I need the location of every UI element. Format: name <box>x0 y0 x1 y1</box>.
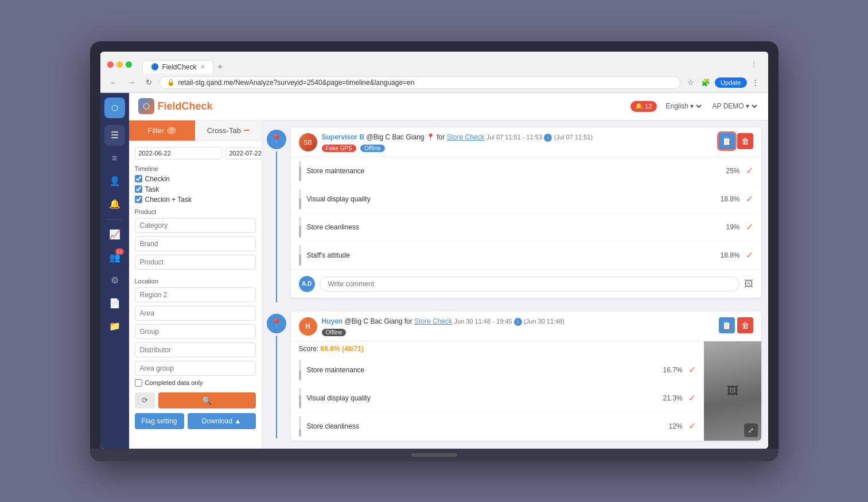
timeline-label: Timeline <box>135 165 256 172</box>
tab-crosstab[interactable]: Cross-Tab <box>195 120 262 141</box>
app-header: ⬡ FieldCheck 🔔 12 English ▾ <box>129 93 768 120</box>
filter-panel: Filter ? Cross-Tab <box>129 120 262 449</box>
item-label-c2-0: Store maintenance <box>307 366 657 374</box>
group-input[interactable] <box>135 324 256 339</box>
checkin-checkbox[interactable] <box>135 175 142 182</box>
progress-bar-1 <box>299 189 301 209</box>
map-line-2 <box>276 336 277 438</box>
tab-filter[interactable]: Filter ? <box>129 120 196 141</box>
completed-checkbox[interactable] <box>135 379 142 387</box>
notification-button[interactable]: 🔔 12 <box>630 101 656 112</box>
language-select[interactable]: English ▾ <box>664 102 703 111</box>
item-pct-c2-1: 21.3% <box>663 394 682 402</box>
sidebar-item-notifications[interactable]: 🔔 <box>104 194 125 215</box>
store-link-1[interactable]: Store Check <box>446 133 484 141</box>
item-pct-c2-0: 16.7% <box>663 366 682 374</box>
reset-button[interactable]: ⟳ <box>135 392 155 408</box>
sidebar-item-files[interactable]: 📁 <box>104 316 125 337</box>
filter-actions: ⟳ 🔍 <box>135 392 256 408</box>
download-button[interactable]: Download ▲ <box>188 413 256 429</box>
comment-image-button-1[interactable]: 🖼 <box>744 279 753 289</box>
tab-close-icon[interactable]: ✕ <box>200 64 205 70</box>
card-2-report-button[interactable]: 📋 <box>719 317 735 333</box>
progress-fill-c2-2 <box>299 429 301 437</box>
update-button[interactable]: Update <box>715 77 746 88</box>
menu-dots-icon[interactable]: ⋮ <box>749 77 761 88</box>
header-right: 🔔 12 English ▾ AP DEMO ▾ <box>630 101 758 112</box>
sidebar-item-users[interactable]: 👤 <box>104 171 125 192</box>
extension-icon[interactable]: 🧩 <box>699 77 713 88</box>
area-group-input[interactable] <box>135 361 256 376</box>
reload-button[interactable]: ↻ <box>143 77 155 88</box>
address-bar: ← → ↻ 🔒 retail-stg.qand.me/NewAnalyze?su… <box>100 73 768 92</box>
card-2-item-1: Visual display quality 21.3% ✓ <box>291 384 704 413</box>
card-1-item-2: Store cleanliness 19% ✓ <box>291 213 761 242</box>
search-button[interactable]: 🔍 <box>158 392 256 408</box>
brand-icon: ⬡ <box>138 98 154 114</box>
sidebar-item-menu[interactable]: ☰ <box>104 125 125 146</box>
comment-input-1[interactable] <box>320 277 739 291</box>
card-1-item-1: Visual display quality 18.8% ✓ <box>291 185 761 213</box>
back-button[interactable]: ← <box>107 77 120 88</box>
forward-button[interactable]: → <box>125 77 138 88</box>
minimize-button[interactable] <box>116 61 123 68</box>
sidebar: ⬡ ☰ ≡ 👤 🔔 📈 👥 <box>100 93 129 449</box>
close-button[interactable] <box>107 61 114 68</box>
maximize-button[interactable] <box>126 61 132 68</box>
store-link-2[interactable]: Store Check <box>414 317 452 325</box>
checkin-task-label: Checkin + Task <box>145 196 192 204</box>
browser-actions: ☆ 🧩 Update ⋮ <box>685 77 761 88</box>
sidebar-divider <box>106 219 123 220</box>
checkin-task-checkbox[interactable] <box>135 196 142 203</box>
card-2-time: Jun 30 11:48 - 19:45 <box>454 318 512 325</box>
info-icon-1[interactable]: i <box>544 134 552 142</box>
card-2-delete-button[interactable]: 🗑 <box>737 317 753 333</box>
task-checkbox[interactable] <box>135 185 142 193</box>
card-1-item-0: Store maintenance 25% ✓ <box>291 157 761 185</box>
user-select[interactable]: AP DEMO ▾ <box>710 102 759 111</box>
active-tab[interactable]: 🔵 FieldCheck ✕ <box>142 60 213 73</box>
bell-icon: 🔔 <box>109 199 120 209</box>
map-pin-1[interactable]: 📍 <box>267 130 286 149</box>
sidebar-item-settings[interactable]: ⚙ <box>104 270 125 291</box>
progress-fill-0 <box>299 166 301 181</box>
product-input[interactable] <box>135 255 256 270</box>
flag-setting-button[interactable]: Flag setting <box>135 413 184 429</box>
region-input[interactable] <box>135 287 256 302</box>
distributor-input[interactable] <box>135 343 256 357</box>
tab-title: FieldCheck <box>162 63 197 71</box>
expand-image-button[interactable]: ⤢ <box>744 423 758 437</box>
badge-offline-1: Offline <box>360 145 385 152</box>
card-1-actions: 📋 🗑 <box>719 133 753 149</box>
card-2-image: 🖼 ⤢ <box>704 341 761 441</box>
card-1-comment-row: A.D 🖼 <box>291 270 761 298</box>
location-icon-1: 📍 <box>426 133 435 141</box>
sidebar-logo[interactable]: ⬡ <box>104 98 125 118</box>
item-label-3: Staff's attitude <box>307 251 715 259</box>
date-to-input[interactable] <box>225 147 262 159</box>
info-icon-2[interactable]: i <box>514 318 522 326</box>
brand-input[interactable] <box>135 236 256 251</box>
sidebar-item-reports[interactable]: ≡ <box>104 148 125 169</box>
sidebar-item-analytics[interactable]: 📈 <box>104 224 125 245</box>
bookmark-icon[interactable]: ☆ <box>685 77 696 88</box>
map-pin-2[interactable]: 📍 <box>267 314 286 333</box>
category-input[interactable] <box>135 218 256 233</box>
progress-fill-1 <box>299 198 301 209</box>
new-tab-button[interactable]: + <box>213 60 227 73</box>
url-box[interactable]: 🔒 retail-stg.qand.me/NewAnalyze?surveyid… <box>159 76 681 89</box>
sidebar-item-teams[interactable]: 👥 11 <box>104 247 125 268</box>
progress-fill-3 <box>299 254 301 266</box>
sidebar-item-docs[interactable]: 📄 <box>104 293 125 314</box>
progress-bar-3 <box>299 245 301 266</box>
area-input[interactable] <box>135 306 256 321</box>
date-from-input[interactable] <box>135 147 222 159</box>
card-2-item-2: Store cleanliness 12% ✓ <box>291 413 704 441</box>
brand-name: FieldCheck <box>158 100 213 112</box>
card-1-report-button[interactable]: 📋 <box>719 133 735 149</box>
item-label-2: Store cleanliness <box>307 223 721 231</box>
item-pct-0: 25% <box>726 167 739 175</box>
timeline-row-1: 📍 SB <box>262 120 768 305</box>
for-label-1: for <box>437 133 446 141</box>
card-1-delete-button[interactable]: 🗑 <box>737 133 753 149</box>
